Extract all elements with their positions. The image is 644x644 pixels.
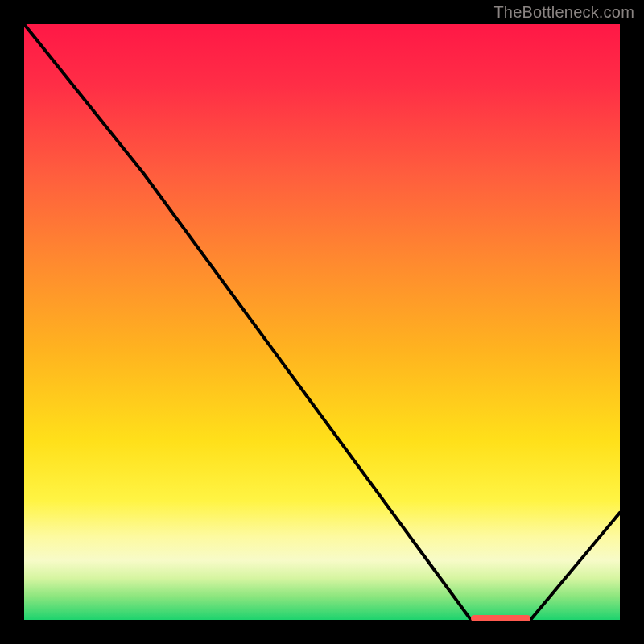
plot-area: [24, 24, 620, 620]
watermark-text: TheBottleneck.com: [493, 3, 634, 22]
chart-stage: TheBottleneck.com: [0, 0, 644, 644]
bottleneck-curve: [24, 24, 620, 620]
curve-svg: [24, 24, 620, 620]
optimum-marker: [471, 615, 530, 621]
